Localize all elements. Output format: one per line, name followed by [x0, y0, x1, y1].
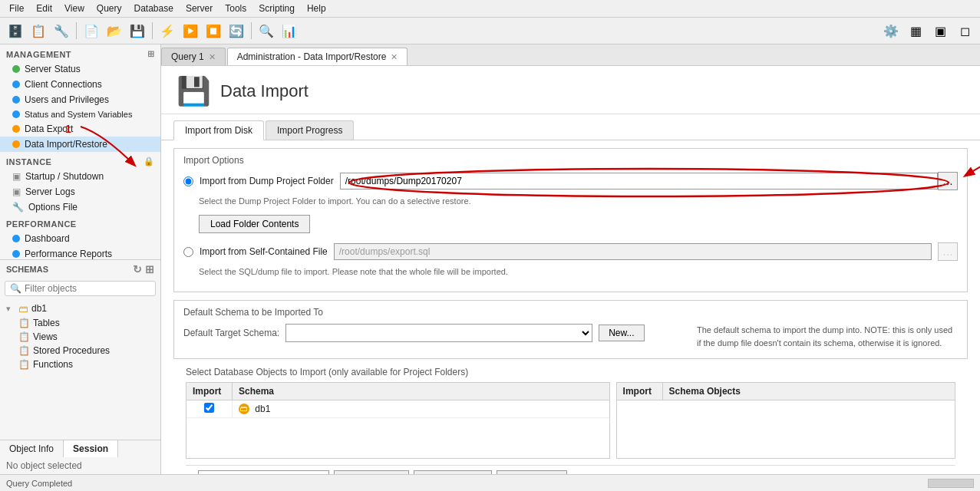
schemas-section: SCHEMAS ↻ ⊞ 🔍 ▾ 🗃 db1 [0, 259, 160, 475]
load-folder-contents-btn[interactable]: Load Folder Contents [199, 215, 310, 233]
new-schema-btn[interactable]: New... [599, 325, 644, 341]
db1-name-cell: 🗃 db1 [233, 401, 276, 417]
schemas-filter[interactable]: ⊞ [145, 263, 154, 275]
toolbar-btn12[interactable]: 📊 [279, 20, 300, 41]
toolbar-btn4[interactable]: 📄 [81, 20, 102, 41]
import-options-legend: Import Options [183, 155, 958, 166]
sidebar-item-perf-reports[interactable]: Performance Reports [0, 246, 160, 259]
filter-input[interactable] [25, 283, 150, 294]
schema-select-row: Default Target Schema: New... [183, 324, 685, 342]
users-dot [12, 96, 20, 104]
db1-row: 🗃 db1 [186, 400, 609, 418]
tables-item[interactable]: 📋 Tables [0, 316, 160, 330]
toolbar-btn7[interactable]: ⚡ [157, 20, 178, 41]
content-area: Query 1 ✕ Administration - Data Import/R… [161, 44, 980, 474]
radio-row-2: Import from Self-Contained File … [183, 242, 958, 261]
toolbar-btn3[interactable]: 🔧 [51, 20, 72, 41]
default-schema-legend: Default Schema to be Imported To [183, 307, 958, 318]
menu-scripting[interactable]: Scripting [252, 2, 301, 15]
sidebar-item-options-file[interactable]: 🔧 Options File [0, 199, 160, 215]
data-export-dot [12, 125, 20, 133]
sidebar-item-server-status[interactable]: Server Status [0, 61, 160, 77]
toolbar-layout1[interactable]: ▦ [905, 20, 926, 41]
menu-database[interactable]: Database [128, 2, 180, 15]
close-query1[interactable]: ✕ [209, 52, 216, 62]
instance-header: INSTANCE 🔒 [0, 152, 160, 169]
sidebar-item-users-privileges[interactable]: Users and Privileges [0, 92, 160, 107]
performance-header: PERFORMANCE [0, 215, 160, 231]
server-status-dot [12, 65, 20, 73]
toolbar-btn5[interactable]: 📂 [104, 20, 125, 41]
toolbar-btn9[interactable]: ⏹️ [203, 20, 224, 41]
close-admin[interactable]: ✕ [391, 52, 398, 62]
tab-query1[interactable]: Query 1 ✕ [161, 48, 226, 65]
toolbar-btn10[interactable]: 🔄 [226, 20, 247, 41]
sidebar-item-data-export[interactable]: Data Export [0, 121, 160, 137]
sidebar-item-data-import[interactable]: Data Import/Restore [0, 137, 160, 152]
views-item[interactable]: 📋 Views [0, 330, 160, 344]
toolbar-settings[interactable]: ⚙️ [880, 20, 902, 41]
filter-box[interactable]: 🔍 [5, 281, 156, 296]
sidebar-item-dashboard[interactable]: Dashboard [0, 231, 160, 246]
target-schema-select[interactable] [285, 324, 592, 342]
browse-file-btn[interactable]: … [938, 242, 958, 261]
tab-session[interactable]: Session [64, 440, 118, 457]
menubar: File Edit View Query Database Server Too… [0, 0, 980, 18]
sidebar-item-server-logs[interactable]: ▣ Server Logs [0, 184, 160, 199]
main-content: 💾 Data Import Import from Disk Import Pr… [161, 66, 980, 474]
bottom-tabs: Object Info Session [0, 440, 160, 457]
sidebar-item-startup[interactable]: ▣ Startup / Shutdown [0, 169, 160, 184]
toolbar-create-schema[interactable]: 📋 [28, 20, 49, 41]
browse-folder-btn[interactable]: … [938, 172, 958, 190]
toolbar-new-connection[interactable]: 🗄️ [5, 20, 26, 41]
schema-tree: ▾ 🗃 db1 📋 Tables 📋 Views 📋 Stored [0, 298, 160, 440]
schema-db1-toggle[interactable]: ▾ 🗃 db1 [0, 302, 160, 316]
functions-item[interactable]: 📋 Functions [0, 358, 160, 371]
inner-tab-bar: Import from Disk Import Progress [161, 114, 980, 140]
menu-server[interactable]: Server [180, 2, 219, 15]
left-import-col-header: Import [186, 383, 233, 400]
toolbar-sep3 [251, 22, 252, 39]
right-schema-col-header: Schema Objects [663, 383, 747, 400]
instance-expand[interactable]: 🔒 [144, 157, 155, 166]
menu-edit[interactable]: Edit [30, 2, 58, 15]
toolbar-layout3[interactable]: ◻ [954, 20, 975, 41]
management-expand[interactable]: ⊞ [147, 49, 155, 59]
sidebar-item-client-connections[interactable]: Client Connections [0, 77, 160, 92]
dump-folder-path-input[interactable] [340, 173, 938, 189]
radio-dump-folder[interactable] [183, 176, 193, 186]
schemas-refresh[interactable]: ↻ [133, 263, 142, 275]
hint-text-2: Select the SQL/dump file to import. Plea… [183, 265, 958, 278]
status-text: Query Completed [6, 479, 72, 488]
tab-admin[interactable]: Administration - Data Import/Restore ✕ [227, 48, 408, 65]
menu-query[interactable]: Query [91, 2, 128, 15]
radio-dump-folder-label: Import from Dump Project Folder [200, 176, 334, 186]
target-schema-label: Default Target Schema: [183, 328, 279, 338]
menu-help[interactable]: Help [301, 2, 332, 15]
db1-checkbox[interactable] [204, 403, 214, 413]
toolbar-right: ⚙️ ▦ ▣ ◻ [880, 20, 975, 41]
menu-view[interactable]: View [58, 2, 91, 15]
radio-self-contained[interactable] [183, 247, 193, 257]
status-right [928, 479, 974, 488]
dashboard-dot [12, 235, 20, 242]
toolbar-layout2[interactable]: ▣ [929, 20, 951, 41]
tab-object-info[interactable]: Object Info [0, 440, 64, 457]
sidebar-item-status-system[interactable]: Status and System Variables [0, 107, 160, 121]
tab-import-progress[interactable]: Import Progress [266, 120, 354, 140]
tab-import-disk[interactable]: Import from Disk [173, 120, 264, 140]
default-schema-fieldset: Default Schema to be Imported To Default… [173, 300, 968, 359]
stored-procs-item[interactable]: 📋 Stored Procedures [0, 344, 160, 358]
bottom-actions: Dump Structure and Data Select Views Sel… [186, 465, 955, 474]
db-objects-section: Select Database Objects to Import (only … [173, 367, 968, 474]
menu-tools[interactable]: Tools [219, 2, 252, 15]
toolbar-btn8[interactable]: ▶️ [180, 20, 201, 41]
menu-file[interactable]: File [3, 2, 30, 15]
client-connections-dot [12, 81, 20, 88]
toolbar-btn6[interactable]: 💾 [127, 20, 148, 41]
startup-icon: ▣ [12, 171, 21, 182]
self-contained-path-input[interactable] [334, 243, 932, 260]
page-icon: 💾 [177, 75, 211, 107]
schemas-icons: ↻ ⊞ [133, 263, 154, 275]
toolbar-btn11[interactable]: 🔍 [256, 20, 277, 41]
